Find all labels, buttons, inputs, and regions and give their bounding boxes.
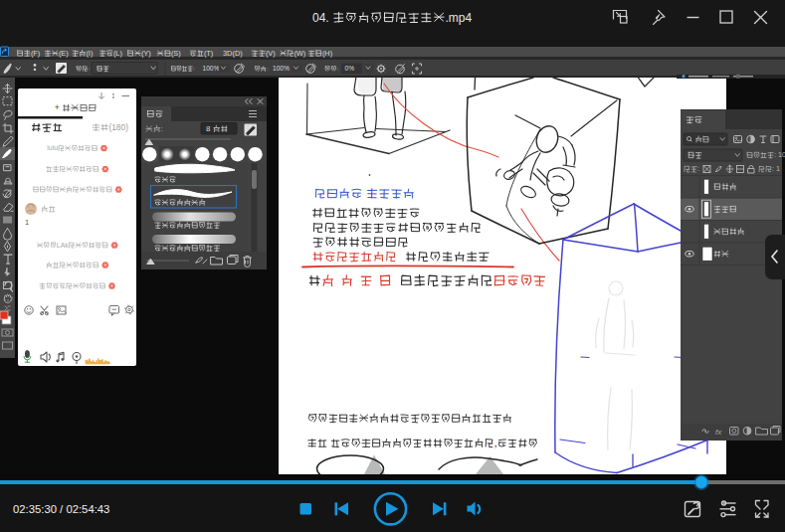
svg-text:8: 8 (206, 124, 211, 133)
svg-text:100%: 100% (203, 65, 220, 72)
svg-text:LAk: LAk (57, 242, 69, 249)
svg-text:100%: 100% (273, 65, 290, 72)
svg-text::: : (697, 164, 699, 173)
svg-text:02:35:30 / 02:54:43: 02:35:30 / 02:54:43 (13, 503, 109, 515)
svg-text:: 1: : 1 (772, 164, 780, 173)
svg-text:(T): (T) (204, 49, 213, 58)
svg-text:(180): (180) (108, 122, 128, 132)
svg-text::: : (193, 65, 195, 72)
svg-text:(Y): (Y) (141, 49, 151, 58)
svg-text:(S): (S) (171, 49, 181, 58)
svg-text:3D(D): 3D(D) (223, 49, 243, 58)
svg-text:(F): (F) (31, 49, 40, 58)
svg-text:1: 1 (25, 218, 29, 227)
svg-text:fx: fx (715, 428, 722, 437)
svg-text::: : (88, 65, 90, 72)
svg-text:(W): (W) (294, 49, 305, 58)
svg-text::: : (336, 65, 338, 72)
svg-text:0%: 0% (345, 65, 355, 72)
svg-text:: 10: : 10 (774, 150, 785, 159)
svg-text::: : (161, 124, 163, 133)
svg-text:04.: 04. (312, 11, 329, 25)
svg-text::: : (267, 65, 269, 72)
svg-text:(E): (E) (59, 49, 69, 58)
svg-text:(I): (I) (86, 49, 93, 58)
svg-text:(V): (V) (266, 49, 276, 58)
svg-text:+: + (55, 102, 60, 112)
svg-text:(H): (H) (322, 49, 332, 58)
svg-text:lulu: lulu (47, 144, 58, 151)
svg-text:.mp4: .mp4 (445, 11, 472, 25)
svg-text:,: , (494, 438, 497, 448)
svg-text:(L): (L) (113, 49, 122, 58)
